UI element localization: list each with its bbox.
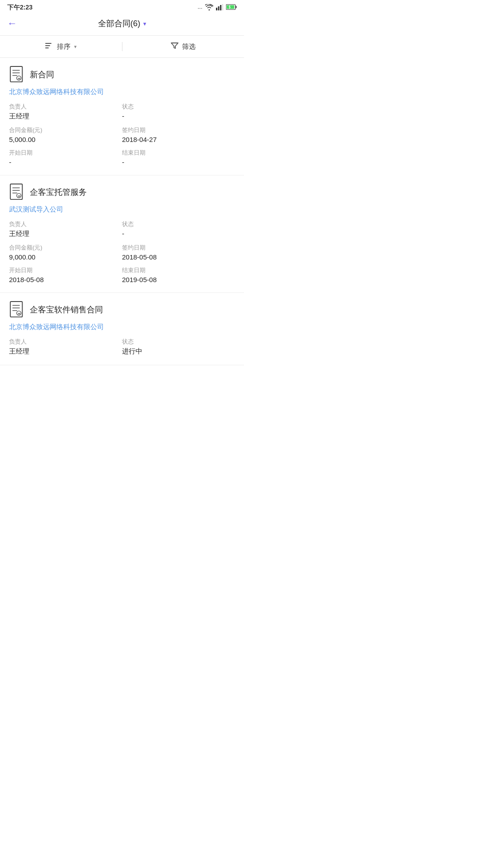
field-end-date: 结束日期 2019-05-08 bbox=[122, 266, 235, 283]
nav-dropdown-arrow[interactable]: ▾ bbox=[143, 20, 146, 27]
field-status: 状态 - bbox=[122, 103, 235, 121]
filter-icon bbox=[171, 42, 178, 51]
wifi-icon bbox=[205, 4, 213, 12]
end-date-label: 结束日期 bbox=[122, 266, 235, 274]
amount-value: 5,000.00 bbox=[9, 136, 122, 143]
nav-title-text: 全部合同(6) bbox=[98, 18, 141, 29]
field-status: 状态 进行中 bbox=[122, 338, 235, 356]
status-icons: ··· bbox=[197, 4, 237, 12]
sign-date-label: 签约日期 bbox=[122, 244, 235, 252]
status-value: - bbox=[122, 230, 235, 237]
status-value: 进行中 bbox=[122, 347, 235, 356]
contract-company[interactable]: 北京博众致远网络科技有限公司 bbox=[9, 323, 235, 331]
status-value: - bbox=[122, 112, 235, 120]
contract-icon: ★ bbox=[9, 301, 25, 318]
svg-rect-0 bbox=[216, 8, 217, 10]
contract-header: ★ 企客宝托管服务 bbox=[9, 184, 235, 201]
contract-title: 企客宝托管服务 bbox=[30, 187, 87, 198]
person-value: 王经理 bbox=[9, 347, 122, 356]
field-person: 负责人 王经理 bbox=[9, 103, 122, 121]
start-date-label: 开始日期 bbox=[9, 266, 122, 274]
filter-label: 筛选 bbox=[182, 42, 196, 51]
field-start-date: 开始日期 - bbox=[9, 149, 122, 166]
dots-icon: ··· bbox=[197, 5, 202, 11]
contract-icon: ★ bbox=[9, 66, 25, 83]
svg-text:★: ★ bbox=[18, 312, 20, 315]
amount-label: 合同金额(元) bbox=[9, 244, 122, 252]
nav-title: 全部合同(6) ▾ bbox=[98, 18, 146, 29]
field-end-date: 结束日期 - bbox=[122, 149, 235, 166]
contract-company[interactable]: 北京博众致远网络科技有限公司 bbox=[9, 88, 235, 96]
svg-text:★: ★ bbox=[18, 77, 20, 80]
status-label: 状态 bbox=[122, 103, 235, 111]
top-nav: ← 全部合同(6) ▾ bbox=[0, 14, 244, 36]
contract-fields: 负责人 王经理 状态 - 合同金额(元) 5,000.00 签约日期 2018-… bbox=[9, 103, 235, 166]
contract-title: 企客宝软件销售合同 bbox=[30, 304, 103, 315]
status-bar: 下午2:23 ··· bbox=[0, 0, 244, 14]
contract-fields: 负责人 王经理 状态 - 合同金额(元) 9,000.00 签约日期 2018-… bbox=[9, 220, 235, 283]
field-amount: 合同金额(元) 9,000.00 bbox=[9, 244, 122, 261]
status-label: 状态 bbox=[122, 338, 235, 346]
sort-icon bbox=[45, 42, 53, 51]
field-sign-date: 签约日期 2018-04-27 bbox=[122, 126, 235, 143]
svg-rect-5 bbox=[236, 6, 237, 8]
svg-rect-3 bbox=[222, 4, 224, 10]
contract-item[interactable]: ★ 企客宝软件销售合同 北京博众致远网络科技有限公司 负责人 王经理 状态 进行… bbox=[0, 293, 244, 365]
field-amount: 合同金额(元) 5,000.00 bbox=[9, 126, 122, 143]
person-label: 负责人 bbox=[9, 338, 122, 346]
person-value: 王经理 bbox=[9, 230, 122, 238]
start-date-label: 开始日期 bbox=[9, 149, 122, 157]
sort-arrow: ▾ bbox=[74, 44, 77, 50]
battery-icon bbox=[226, 4, 237, 11]
contract-item[interactable]: ★ 企客宝托管服务 武汉测试导入公司 负责人 王经理 状态 - 合同金额(元) … bbox=[0, 175, 244, 293]
status-time: 下午2:23 bbox=[7, 4, 33, 12]
contract-item[interactable]: ★ 新合同 北京博众致远网络科技有限公司 负责人 王经理 状态 - 合同金额(元… bbox=[0, 58, 244, 175]
svg-text:★: ★ bbox=[18, 194, 20, 198]
sign-date-label: 签约日期 bbox=[122, 126, 235, 134]
end-date-value: 2019-05-08 bbox=[122, 276, 235, 283]
contract-header: ★ 企客宝软件销售合同 bbox=[9, 301, 235, 318]
contract-company[interactable]: 武汉测试导入公司 bbox=[9, 205, 235, 214]
start-date-value: - bbox=[9, 158, 122, 166]
field-start-date: 开始日期 2018-05-08 bbox=[9, 266, 122, 283]
end-date-value: - bbox=[122, 158, 235, 166]
sort-button[interactable]: 排序 ▾ bbox=[0, 36, 122, 57]
amount-label: 合同金额(元) bbox=[9, 126, 122, 134]
person-label: 负责人 bbox=[9, 103, 122, 111]
sign-date-value: 2018-04-27 bbox=[122, 136, 235, 143]
person-value: 王经理 bbox=[9, 112, 122, 121]
svg-rect-1 bbox=[218, 6, 220, 10]
contract-icon: ★ bbox=[9, 184, 25, 201]
back-button[interactable]: ← bbox=[7, 19, 17, 28]
sort-label: 排序 bbox=[57, 42, 70, 51]
filter-button[interactable]: 筛选 bbox=[122, 36, 244, 57]
contract-fields: 负责人 王经理 状态 进行中 bbox=[9, 338, 235, 356]
sign-date-value: 2018-05-08 bbox=[122, 253, 235, 261]
field-person: 负责人 王经理 bbox=[9, 338, 122, 356]
amount-value: 9,000.00 bbox=[9, 253, 122, 261]
field-sign-date: 签约日期 2018-05-08 bbox=[122, 244, 235, 261]
start-date-value: 2018-05-08 bbox=[9, 276, 122, 283]
toolbar: 排序 ▾ 筛选 bbox=[0, 36, 244, 58]
field-status: 状态 - bbox=[122, 220, 235, 238]
signal-icon bbox=[216, 4, 223, 12]
contract-title: 新合同 bbox=[30, 69, 54, 80]
field-person: 负责人 王经理 bbox=[9, 220, 122, 238]
end-date-label: 结束日期 bbox=[122, 149, 235, 157]
person-label: 负责人 bbox=[9, 220, 122, 228]
contract-header: ★ 新合同 bbox=[9, 66, 235, 83]
contract-list: ★ 新合同 北京博众致远网络科技有限公司 负责人 王经理 状态 - 合同金额(元… bbox=[0, 58, 244, 365]
status-label: 状态 bbox=[122, 220, 235, 228]
svg-rect-2 bbox=[220, 5, 221, 10]
